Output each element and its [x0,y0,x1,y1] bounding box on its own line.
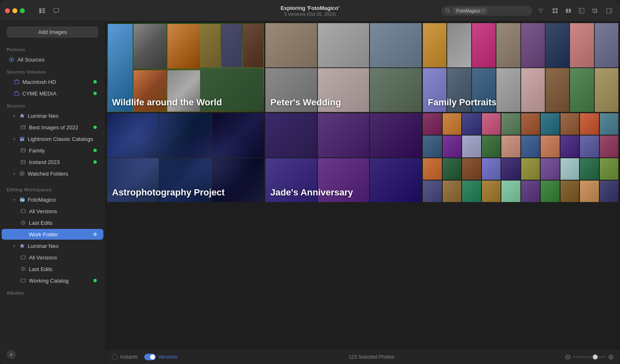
sidebar-toggle-button[interactable] [36,5,48,17]
svg-text:FM: FM [20,198,25,202]
sidebar-item-all-versions-1[interactable]: All Versions [2,206,103,216]
watched-folders-label: Watched Folders [28,171,97,177]
comment-button[interactable] [50,5,62,17]
albums-top-row: Wildlife around the World [107,23,618,112]
all-versions-2-icon [20,254,26,261]
sidebar-section-volumes: Sources Volumes [0,65,105,76]
luminar-neo-ws-label: Luminar Neo [28,243,97,249]
album-wedding[interactable]: Peter's Wedding [265,23,422,112]
working-catalog-icon [20,277,26,284]
filter-button[interactable] [535,5,546,17]
titlebar-center: Exploring 'FotoMagico' 5 Versions (Oct 2… [281,5,340,17]
search-tag-close[interactable]: × [482,8,484,13]
instants-toggle-circle [112,354,118,360]
content-area: Wildlife around the World [105,21,620,364]
grid-view-button[interactable] [549,5,561,17]
sidebar-item-luminar-neo-sources[interactable]: ▾ Luminar Neo [2,110,103,121]
sidebar-item-all-versions-2[interactable]: All Versions [2,252,103,263]
working-catalog-status [93,279,97,282]
close-button[interactable] [5,8,10,13]
add-images-section: Add Images [0,21,105,43]
add-images-button[interactable]: Add Images [7,26,98,38]
sidebar-item-macintosh-hd[interactable]: Macintosh HD [2,76,103,87]
watched-folders-chevron: ▾ [12,173,17,175]
svg-rect-1 [42,8,45,10]
minimize-button[interactable] [12,8,17,13]
sidebar-item-fotomagico-ws[interactable]: ▾ FM FotoMagico [2,194,103,205]
svg-rect-44 [21,256,25,259]
sidebar-section-albums: Albums [0,286,105,297]
zoom-slider[interactable] [573,356,606,358]
right-collage [423,113,618,202]
sidebar-item-work-folder[interactable]: Work Folder [2,229,103,240]
sidebar-item-family[interactable]: Family [2,145,103,156]
main-window: Exploring 'FotoMagico' 5 Versions (Oct 2… [0,0,620,364]
album-anniversary[interactable]: Jade's Anniversary [265,113,422,202]
lightroom-label: Lightroom Classic Catalogs [28,136,97,142]
svg-text:Lr: Lr [20,138,24,141]
svg-rect-12 [556,11,558,13]
instants-toggle[interactable]: Instants [112,354,138,360]
svg-rect-11 [553,11,555,13]
sidebar-item-iceland[interactable]: Iceland 2023 [2,157,103,167]
svg-line-5 [449,12,450,13]
macintosh-hd-label: Macintosh HD [22,79,91,85]
svg-rect-42 [21,233,26,236]
svg-rect-14 [569,9,571,13]
lightroom-chevron: ▾ [13,137,15,141]
zoom-in-icon[interactable] [608,354,613,359]
add-album-button[interactable]: + [7,350,16,359]
svg-rect-0 [39,8,41,13]
maximize-button[interactable] [20,8,25,13]
zoom-control[interactable] [565,354,613,359]
album-portraits[interactable]: Family Portraits [423,23,618,112]
luminar-neo-sources-chevron: ▾ [13,114,15,118]
lightroom-icon: Lr [19,136,25,142]
watched-folders-icon [19,170,25,177]
cyme-media-label: CYME MEDIA [22,90,91,97]
working-catalog-label: Working Catalog [29,278,91,284]
luminar-neo-ws-chevron: ▾ [13,244,15,248]
detail-view-button[interactable] [575,5,588,17]
sidebar-item-luminar-neo-ws[interactable]: ▾ Luminar Neo [2,240,103,251]
versions-toggle[interactable]: Versions [144,354,177,360]
main-layout: Add Images Pictures All Sources Sources … [0,21,620,364]
sidebar-item-cyme-media[interactable]: CYME MEDIA [2,88,103,99]
svg-point-35 [21,173,23,174]
map-view-button[interactable] [589,5,601,17]
all-sources-icon [8,56,15,63]
family-status [93,149,97,152]
list-view-button[interactable] [562,5,575,17]
traffic-lights [5,8,25,13]
sidebar-item-last-edits-1[interactable]: Last Edits [2,217,103,228]
zoom-out-icon[interactable] [565,354,570,359]
search-input[interactable] [490,8,523,14]
zoom-thumb[interactable] [593,354,598,359]
svg-rect-15 [579,8,584,13]
window-title: Exploring 'FotoMagico' [281,5,340,11]
fotomagico-ws-chevron: ▾ [13,197,15,202]
family-label: Family [29,148,91,154]
search-filter-tag[interactable]: FotoMagico × [453,7,487,14]
work-folder-label: Work Folder [29,231,91,238]
svg-rect-48 [21,279,25,282]
panel-toggle-button[interactable] [603,5,615,17]
album-wildlife[interactable]: Wildlife around the World [107,23,264,112]
sidebar-item-watched-folders[interactable]: ▾ Watched Folders [2,168,103,179]
photo-grid[interactable]: Wildlife around the World [105,21,620,349]
family-icon [20,147,26,154]
sidebar-item-best-images[interactable]: Best Images of 2022 [2,122,103,133]
best-images-label: Best Images of 2022 [29,124,91,131]
sidebar-item-working-catalog[interactable]: Working Catalog [2,275,103,286]
sidebar-section-workspaces: Editing Workspaces [0,183,105,194]
sidebar: Add Images Pictures All Sources Sources … [0,21,105,364]
versions-toggle-switch [144,354,156,360]
cyme-media-icon [13,90,20,97]
sidebar-item-lightroom[interactable]: ▾ Lr Lightroom Classic Catalogs [2,133,103,144]
view-mode-buttons [549,5,601,17]
selected-count-label: 123 Selected Photos [348,354,394,360]
album-astro[interactable]: Astrophotography Project [107,113,264,202]
versions-label: Versions [158,354,177,360]
sidebar-item-last-edits-2[interactable]: Last Edits [2,264,103,274]
sidebar-item-all-sources[interactable]: All Sources [2,54,103,65]
